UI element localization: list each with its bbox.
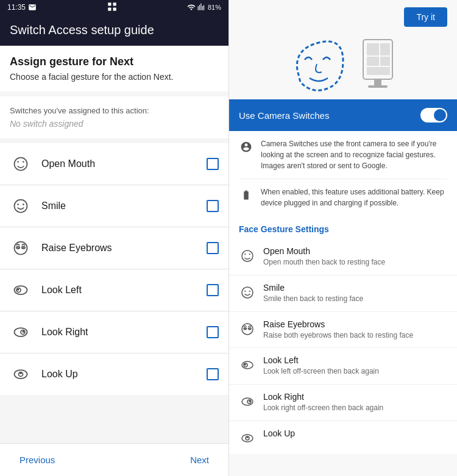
rg-look-up-title: Look Up: [263, 428, 447, 438]
rg-open-mouth-icon: [239, 247, 256, 265]
rg-look-up-text: Look Up: [263, 428, 447, 439]
svg-point-6: [23, 161, 24, 163]
right-top-bar: Try it: [229, 0, 457, 27]
right-gesture-look-up[interactable]: Look Up: [229, 421, 457, 454]
camera-info-text: Camera Switches use the front camera to …: [261, 138, 447, 171]
svg-point-45: [244, 364, 246, 366]
info-section: Camera Switches use the front camera to …: [229, 131, 457, 216]
gesture-name-open-mouth: Open Mouth: [41, 158, 207, 169]
next-button[interactable]: Next: [185, 452, 214, 467]
camera-switch-bar[interactable]: Use Camera Switches: [229, 99, 457, 131]
right-gesture-look-left[interactable]: Look Left Look left off-screen then back…: [229, 348, 457, 385]
camera-switch-label: Use Camera Switches: [239, 110, 329, 121]
camera-switch-toggle[interactable]: [420, 108, 447, 123]
assign-desc: Choose a facial gesture for the action N…: [10, 72, 219, 82]
gesture-checkbox-smile[interactable]: [207, 200, 219, 212]
svg-rect-30: [374, 79, 381, 85]
svg-point-17: [17, 288, 19, 291]
open-mouth-icon: [10, 153, 32, 175]
rg-open-mouth-title: Open Mouth: [263, 246, 447, 256]
status-bar: 11:35 81%: [0, 0, 228, 15]
smile-icon: [10, 195, 32, 217]
right-panel: Try it: [228, 0, 457, 476]
svg-rect-29: [367, 67, 390, 75]
bottom-nav: Previous Next: [0, 443, 228, 476]
look-up-icon: [10, 363, 32, 385]
rg-look-right-text: Look Right Look right off-screen then ba…: [263, 392, 447, 413]
device-illustration: [362, 38, 402, 93]
svg-point-5: [17, 161, 19, 163]
right-gesture-look-right[interactable]: Look Right Look right off-screen then ba…: [229, 385, 457, 421]
rg-look-left-desc: Look left off-screen then back again: [263, 366, 447, 377]
right-gesture-smile[interactable]: Smile Smile then back to resting face: [229, 275, 457, 312]
svg-point-33: [244, 254, 246, 255]
battery-info-item: When enabled, this feature uses addition…: [239, 179, 447, 216]
illustration-area: [229, 27, 457, 99]
app-title: Switch Access setup guide: [10, 23, 154, 37]
svg-rect-27: [367, 57, 379, 66]
gesture-item-raise-eyebrows[interactable]: Raise Eyebrows: [0, 227, 228, 269]
gesture-item-look-right[interactable]: Look Right: [0, 311, 228, 353]
gesture-item-look-up[interactable]: Look Up: [0, 353, 228, 395]
camera-info-icon: [239, 140, 253, 154]
svg-point-34: [249, 254, 250, 255]
left-content: Assign gesture for Next Choose a facial …: [0, 46, 228, 443]
rg-open-mouth-text: Open Mouth Open mouth then back to resti…: [263, 246, 447, 268]
gesture-checkbox-raise-eyebrows[interactable]: [207, 242, 219, 254]
gesture-name-look-up: Look Up: [41, 369, 207, 380]
gesture-checkbox-open-mouth[interactable]: [207, 158, 219, 170]
gesture-name-raise-eyebrows: Raise Eyebrows: [41, 243, 207, 254]
svg-rect-28: [380, 57, 390, 66]
previous-button[interactable]: Previous: [15, 452, 60, 467]
rg-raise-eyebrows-desc: Raise both eyebrows then back to resting…: [263, 330, 447, 341]
svg-point-42: [249, 328, 250, 329]
rg-look-right-title: Look Right: [263, 392, 447, 402]
svg-rect-0: [108, 2, 111, 5]
camera-info-item: Camera Switches use the front camera to …: [239, 131, 447, 179]
app-icon-center: [107, 1, 118, 14]
svg-rect-2: [108, 7, 111, 10]
svg-point-8: [17, 204, 19, 205]
battery-text: 81%: [208, 4, 221, 11]
rg-look-left-text: Look Left Look left off-screen then back…: [263, 355, 447, 377]
raise-eyebrows-icon: [10, 237, 32, 259]
rg-raise-eyebrows-icon: [239, 321, 256, 338]
gesture-checkbox-look-right[interactable]: [207, 326, 219, 338]
svg-point-9: [23, 204, 24, 205]
right-gesture-raise-eyebrows[interactable]: Raise Eyebrows Raise both eyebrows then …: [229, 312, 457, 349]
status-right: 81%: [187, 3, 221, 12]
rg-open-mouth-desc: Open mouth then back to resting face: [263, 257, 447, 268]
svg-rect-1: [113, 2, 116, 5]
svg-rect-3: [113, 7, 116, 10]
toggle-knob: [434, 109, 446, 121]
signal-icon: [197, 3, 206, 12]
rg-look-right-desc: Look right off-screen then back again: [263, 403, 447, 413]
svg-point-36: [244, 290, 246, 291]
status-left: 11:35: [7, 3, 37, 12]
gesture-item-look-left[interactable]: Look Left: [0, 269, 228, 311]
rg-look-up-icon: [239, 430, 256, 447]
rg-smile-text: Smile Smile then back to resting face: [263, 283, 447, 304]
rg-raise-eyebrows-text: Raise Eyebrows Raise both eyebrows then …: [263, 319, 447, 341]
switches-section: Switches you've assigned to this action:…: [0, 96, 228, 138]
battery-info-icon: [239, 188, 253, 202]
gesture-checkbox-look-left[interactable]: [207, 284, 219, 296]
svg-point-51: [247, 436, 249, 438]
svg-rect-26: [380, 43, 390, 55]
gesture-name-look-right: Look Right: [41, 327, 207, 338]
gesture-item-open-mouth[interactable]: Open Mouth: [0, 143, 228, 185]
svg-point-7: [15, 200, 27, 213]
svg-point-32: [242, 250, 253, 261]
svg-point-41: [244, 328, 246, 329]
rg-look-left-title: Look Left: [263, 355, 447, 365]
notification-icon: [28, 3, 37, 12]
svg-point-20: [23, 330, 25, 333]
wifi-icon: [187, 3, 196, 12]
gesture-item-smile[interactable]: Smile: [0, 185, 228, 227]
svg-point-37: [249, 290, 250, 291]
right-gesture-list: Open Mouth Open mouth then back to resti…: [229, 239, 457, 454]
face-illustration: [285, 37, 352, 94]
try-it-button[interactable]: Try it: [404, 7, 447, 27]
gesture-checkbox-look-up[interactable]: [207, 368, 219, 380]
right-gesture-open-mouth[interactable]: Open Mouth Open mouth then back to resti…: [229, 239, 457, 275]
